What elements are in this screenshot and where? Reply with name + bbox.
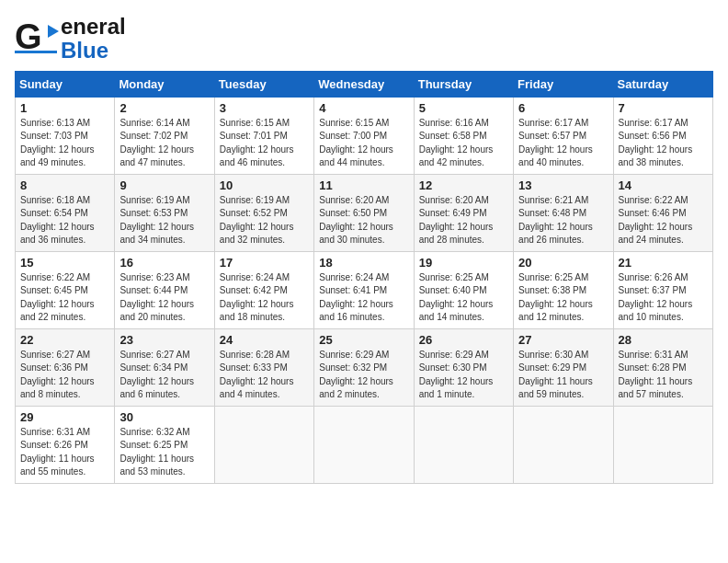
calendar-cell: 26Sunrise: 6:29 AM Sunset: 6:30 PM Dayli…: [414, 328, 513, 406]
day-detail: Sunrise: 6:31 AM Sunset: 6:26 PM Dayligh…: [20, 426, 109, 479]
day-detail: Sunrise: 6:28 AM Sunset: 6:33 PM Dayligh…: [220, 349, 309, 402]
day-number: 26: [419, 333, 508, 347]
day-detail: Sunrise: 6:20 AM Sunset: 6:50 PM Dayligh…: [319, 194, 408, 247]
day-detail: Sunrise: 6:15 AM Sunset: 7:01 PM Dayligh…: [220, 117, 309, 170]
day-number: 28: [619, 333, 708, 347]
day-number: 13: [518, 178, 608, 192]
calendar-cell: 13Sunrise: 6:21 AM Sunset: 6:48 PM Dayli…: [514, 174, 613, 251]
day-number: 23: [119, 333, 209, 347]
calendar-cell: 1Sunrise: 6:13 AM Sunset: 7:03 PM Daylig…: [16, 97, 115, 174]
calendar-cell: 5Sunrise: 6:16 AM Sunset: 6:58 PM Daylig…: [414, 97, 513, 174]
day-number: 25: [319, 333, 408, 347]
calendar-cell: 9Sunrise: 6:19 AM Sunset: 6:53 PM Daylig…: [115, 174, 214, 251]
day-detail: Sunrise: 6:29 AM Sunset: 6:30 PM Dayligh…: [419, 349, 508, 402]
day-detail: Sunrise: 6:18 AM Sunset: 6:54 PM Dayligh…: [20, 194, 109, 247]
weekday-header-friday: Friday: [514, 71, 613, 97]
calendar-table: SundayMondayTuesdayWednesdayThursdayFrid…: [15, 71, 713, 484]
day-detail: Sunrise: 6:24 AM Sunset: 6:42 PM Dayligh…: [220, 271, 309, 325]
day-detail: Sunrise: 6:22 AM Sunset: 6:46 PM Dayligh…: [619, 194, 708, 247]
day-detail: Sunrise: 6:29 AM Sunset: 6:32 PM Dayligh…: [319, 349, 408, 402]
day-number: 7: [619, 101, 708, 115]
weekday-header-row: SundayMondayTuesdayWednesdayThursdayFrid…: [16, 71, 713, 97]
day-detail: Sunrise: 6:17 AM Sunset: 6:56 PM Dayligh…: [619, 117, 708, 170]
day-detail: Sunrise: 6:19 AM Sunset: 6:52 PM Dayligh…: [220, 194, 309, 247]
weekday-header-monday: Monday: [115, 71, 214, 97]
day-number: 8: [20, 178, 109, 192]
day-detail: Sunrise: 6:17 AM Sunset: 6:57 PM Dayligh…: [518, 117, 608, 170]
calendar-cell: 25Sunrise: 6:29 AM Sunset: 6:32 PM Dayli…: [314, 328, 414, 406]
day-detail: Sunrise: 6:21 AM Sunset: 6:48 PM Dayligh…: [518, 194, 608, 247]
calendar-week-2: 8Sunrise: 6:18 AM Sunset: 6:54 PM Daylig…: [16, 174, 713, 251]
day-number: 14: [619, 178, 708, 192]
calendar-cell: 8Sunrise: 6:18 AM Sunset: 6:54 PM Daylig…: [16, 174, 115, 251]
day-detail: Sunrise: 6:23 AM Sunset: 6:44 PM Dayligh…: [119, 271, 209, 325]
day-detail: Sunrise: 6:22 AM Sunset: 6:45 PM Dayligh…: [20, 271, 109, 325]
calendar-cell: 6Sunrise: 6:17 AM Sunset: 6:57 PM Daylig…: [514, 97, 613, 174]
calendar-cell: 17Sunrise: 6:24 AM Sunset: 6:42 PM Dayli…: [214, 251, 313, 328]
day-number: 2: [119, 101, 209, 115]
day-number: 10: [220, 178, 309, 192]
calendar-week-5: 29Sunrise: 6:31 AM Sunset: 6:26 PM Dayli…: [16, 406, 713, 483]
day-number: 15: [20, 256, 109, 270]
calendar-cell: 10Sunrise: 6:19 AM Sunset: 6:52 PM Dayli…: [214, 174, 313, 251]
weekday-header-wednesday: Wednesday: [314, 71, 414, 97]
calendar-cell: [214, 406, 313, 483]
day-detail: Sunrise: 6:15 AM Sunset: 7:00 PM Dayligh…: [319, 117, 408, 170]
day-detail: Sunrise: 6:32 AM Sunset: 6:25 PM Dayligh…: [119, 426, 209, 479]
weekday-header-sunday: Sunday: [16, 71, 115, 97]
day-number: 5: [419, 101, 508, 115]
day-number: 17: [220, 256, 309, 270]
svg-rect-2: [15, 51, 57, 53]
day-detail: Sunrise: 6:26 AM Sunset: 6:37 PM Dayligh…: [619, 271, 708, 325]
calendar-cell: 3Sunrise: 6:15 AM Sunset: 7:01 PM Daylig…: [214, 97, 313, 174]
day-number: 24: [220, 333, 309, 347]
page-header: G eneral Blue: [15, 15, 713, 63]
day-detail: Sunrise: 6:20 AM Sunset: 6:49 PM Dayligh…: [419, 194, 508, 247]
calendar-cell: 15Sunrise: 6:22 AM Sunset: 6:45 PM Dayli…: [16, 251, 115, 328]
day-detail: Sunrise: 6:16 AM Sunset: 6:58 PM Dayligh…: [419, 117, 508, 170]
day-detail: Sunrise: 6:27 AM Sunset: 6:36 PM Dayligh…: [20, 349, 109, 402]
calendar-cell: [613, 406, 712, 483]
day-number: 1: [20, 101, 109, 115]
calendar-cell: 20Sunrise: 6:25 AM Sunset: 6:38 PM Dayli…: [514, 251, 613, 328]
day-number: 19: [419, 256, 508, 270]
day-number: 4: [319, 101, 408, 115]
day-number: 16: [119, 256, 209, 270]
calendar-cell: [314, 406, 414, 483]
day-detail: Sunrise: 6:14 AM Sunset: 7:02 PM Dayligh…: [119, 117, 209, 170]
day-detail: Sunrise: 6:27 AM Sunset: 6:34 PM Dayligh…: [119, 349, 209, 402]
calendar-cell: 27Sunrise: 6:30 AM Sunset: 6:29 PM Dayli…: [514, 328, 613, 406]
calendar-cell: 12Sunrise: 6:20 AM Sunset: 6:49 PM Dayli…: [414, 174, 513, 251]
logo: G eneral Blue: [15, 15, 126, 63]
day-number: 12: [419, 178, 508, 192]
calendar-cell: 22Sunrise: 6:27 AM Sunset: 6:36 PM Dayli…: [16, 328, 115, 406]
calendar-cell: 23Sunrise: 6:27 AM Sunset: 6:34 PM Dayli…: [115, 328, 214, 406]
day-detail: Sunrise: 6:30 AM Sunset: 6:29 PM Dayligh…: [518, 349, 608, 402]
day-number: 18: [319, 256, 408, 270]
calendar-cell: 30Sunrise: 6:32 AM Sunset: 6:25 PM Dayli…: [115, 406, 214, 483]
weekday-header-saturday: Saturday: [613, 71, 712, 97]
day-number: 3: [220, 101, 309, 115]
day-number: 22: [20, 333, 109, 347]
logo-blue: Blue: [61, 39, 126, 63]
calendar-cell: 4Sunrise: 6:15 AM Sunset: 7:00 PM Daylig…: [314, 97, 414, 174]
weekday-header-tuesday: Tuesday: [214, 71, 313, 97]
calendar-cell: 2Sunrise: 6:14 AM Sunset: 7:02 PM Daylig…: [115, 97, 214, 174]
calendar-cell: 7Sunrise: 6:17 AM Sunset: 6:56 PM Daylig…: [613, 97, 712, 174]
calendar-cell: 11Sunrise: 6:20 AM Sunset: 6:50 PM Dayli…: [314, 174, 414, 251]
calendar-cell: 16Sunrise: 6:23 AM Sunset: 6:44 PM Dayli…: [115, 251, 214, 328]
day-detail: Sunrise: 6:24 AM Sunset: 6:41 PM Dayligh…: [319, 271, 408, 325]
logo-general: eneral: [61, 15, 126, 39]
day-number: 30: [119, 410, 209, 424]
calendar-cell: 24Sunrise: 6:28 AM Sunset: 6:33 PM Dayli…: [214, 328, 313, 406]
day-number: 11: [319, 178, 408, 192]
svg-marker-1: [48, 25, 59, 38]
day-detail: Sunrise: 6:31 AM Sunset: 6:28 PM Dayligh…: [619, 349, 708, 402]
calendar-week-1: 1Sunrise: 6:13 AM Sunset: 7:03 PM Daylig…: [16, 97, 713, 174]
day-detail: Sunrise: 6:25 AM Sunset: 6:38 PM Dayligh…: [518, 271, 608, 325]
day-number: 27: [518, 333, 608, 347]
calendar-cell: 21Sunrise: 6:26 AM Sunset: 6:37 PM Dayli…: [613, 251, 712, 328]
calendar-cell: 14Sunrise: 6:22 AM Sunset: 6:46 PM Dayli…: [613, 174, 712, 251]
calendar-cell: [514, 406, 613, 483]
calendar-cell: 29Sunrise: 6:31 AM Sunset: 6:26 PM Dayli…: [16, 406, 115, 483]
